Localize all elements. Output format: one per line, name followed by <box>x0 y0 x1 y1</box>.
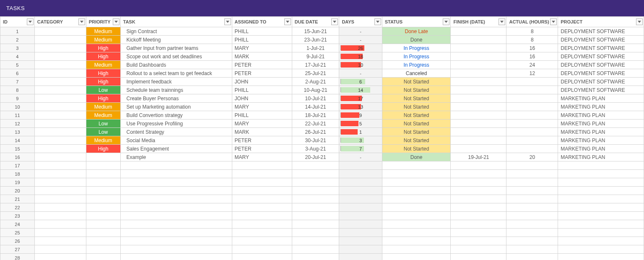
table-row[interactable]: 6HighRollout to a select team to get fee… <box>0 69 644 78</box>
cell-actual[interactable] <box>506 103 558 111</box>
cell-due[interactable]: 18-Jul-21 <box>292 111 339 120</box>
cell-assigned[interactable]: PETER <box>232 61 292 69</box>
cell-category[interactable] <box>34 111 86 120</box>
cell-priority[interactable]: Low <box>86 120 120 128</box>
cell-actual[interactable] <box>506 86 558 94</box>
cell-project[interactable]: MARKETING PLAN <box>558 153 644 161</box>
cell-actual[interactable]: 12 <box>506 69 558 78</box>
cell-finish[interactable] <box>451 36 506 44</box>
dropdown-icon[interactable] <box>27 18 34 25</box>
cell-task[interactable]: Set up Marketing automation <box>120 103 232 111</box>
cell-status[interactable]: Not Started <box>382 78 451 86</box>
dropdown-icon[interactable] <box>78 18 85 25</box>
cell-days[interactable]: 3 <box>339 136 382 145</box>
table-row[interactable]: 27 <box>0 245 644 254</box>
cell-task[interactable]: Kickoff Meeting <box>120 36 232 44</box>
cell-days[interactable]: 5 <box>339 120 382 128</box>
table-row[interactable]: 16ExampleMARY20-Jul-21-Done19-Jul-2120MA… <box>0 153 644 161</box>
cell-days[interactable]: - <box>339 36 382 44</box>
cell-assigned[interactable]: MARY <box>232 44 292 52</box>
cell-task[interactable]: Schedule team trainnings <box>120 86 232 94</box>
table-row[interactable]: 3HighGather Input from partner teamsMARY… <box>0 44 644 52</box>
cell-priority[interactable]: Medium <box>86 103 120 111</box>
cell-days[interactable]: 1 <box>339 128 382 136</box>
cell-task[interactable]: Rollout to a select team to get feedack <box>120 69 232 78</box>
cell-category[interactable] <box>34 36 86 44</box>
cell-days[interactable]: 14 <box>339 86 382 94</box>
cell-project[interactable]: DEPLOYMENT SOFTWARE <box>558 52 644 61</box>
cell-finish[interactable] <box>451 78 506 86</box>
cell-days[interactable]: 6 <box>339 78 382 86</box>
cell-task[interactable]: Implement feedback <box>120 78 232 86</box>
dropdown-icon[interactable] <box>636 18 643 25</box>
table-row[interactable]: 28 <box>0 254 644 260</box>
cell-project[interactable]: MARKETING PLAN <box>558 94 644 103</box>
cell-category[interactable] <box>34 61 86 69</box>
cell-priority[interactable]: High <box>86 78 120 86</box>
cell-assigned[interactable]: PHILL <box>232 36 292 44</box>
cell-assigned[interactable]: PETER <box>232 136 292 145</box>
table-row[interactable]: 4HighScope out work and set deadlinesMAR… <box>0 52 644 61</box>
cell-due[interactable]: 10-Jul-21 <box>292 94 339 103</box>
dropdown-icon[interactable] <box>331 18 338 25</box>
cell-task[interactable]: Sales Engagement <box>120 145 232 153</box>
table-row[interactable]: 11MediumBuild Convertion strategyPHILL18… <box>0 111 644 120</box>
cell-due[interactable]: 15-Jun-21 <box>292 27 339 36</box>
cell-assigned[interactable]: JOHN <box>232 78 292 86</box>
dropdown-icon[interactable] <box>499 18 505 25</box>
cell-category[interactable] <box>34 44 86 52</box>
cell-status[interactable]: Not Started <box>382 103 451 111</box>
cell-finish[interactable] <box>451 136 506 145</box>
cell-task[interactable]: Scope out work and set deadlines <box>120 52 232 61</box>
cell-finish[interactable] <box>451 145 506 153</box>
cell-project[interactable]: DEPLOYMENT SOFTWARE <box>558 69 644 78</box>
cell-task[interactable]: Example <box>120 153 232 161</box>
cell-task[interactable]: Use Progressive Profiling <box>120 120 232 128</box>
table-row[interactable]: 2MediumKickoff MeetingPHILL23-Jun-21-Don… <box>0 36 644 44</box>
cell-status[interactable]: In Progress <box>382 44 451 52</box>
cell-days[interactable]: - <box>339 27 382 36</box>
cell-finish[interactable] <box>451 61 506 69</box>
cell-priority[interactable]: Medium <box>86 27 120 36</box>
cell-assigned[interactable]: PETER <box>232 145 292 153</box>
cell-finish[interactable] <box>451 86 506 94</box>
cell-project[interactable]: MARKETING PLAN <box>558 145 644 153</box>
cell-days[interactable]: 26 <box>339 44 382 52</box>
table-row[interactable]: 8LowSchedule team trainningsPHILL10-Aug-… <box>0 86 644 94</box>
cell-due[interactable]: 14-Jul-21 <box>292 103 339 111</box>
cell-status[interactable]: Not Started <box>382 86 451 94</box>
cell-assigned[interactable]: PHILL <box>232 86 292 94</box>
cell-actual[interactable]: 16 <box>506 52 558 61</box>
cell-project[interactable]: DEPLOYMENT SOFTWARE <box>558 86 644 94</box>
table-row[interactable]: 5MediumBuild DashboardsPETER17-Jul-2110I… <box>0 61 644 69</box>
cell-project[interactable]: DEPLOYMENT SOFTWARE <box>558 27 644 36</box>
cell-due[interactable]: 20-Jul-21 <box>292 153 339 161</box>
cell-task[interactable]: Create Buyer Personas <box>120 94 232 103</box>
cell-assigned[interactable]: MARY <box>232 120 292 128</box>
cell-finish[interactable] <box>451 120 506 128</box>
table-row[interactable]: 25 <box>0 229 644 237</box>
dropdown-icon[interactable] <box>113 18 119 25</box>
cell-priority[interactable]: High <box>86 145 120 153</box>
cell-category[interactable] <box>34 103 86 111</box>
cell-status[interactable]: Not Started <box>382 128 451 136</box>
col-header[interactable]: TASK <box>120 17 232 27</box>
cell-status[interactable]: Done <box>382 36 451 44</box>
table-row[interactable]: 21 <box>0 195 644 203</box>
table-row[interactable]: 23 <box>0 212 644 220</box>
cell-category[interactable] <box>34 145 86 153</box>
cell-project[interactable]: DEPLOYMENT SOFTWARE <box>558 36 644 44</box>
cell-project[interactable]: DEPLOYMENT SOFTWARE <box>558 61 644 69</box>
cell-days[interactable]: 7 <box>339 145 382 153</box>
table-row[interactable]: 17 <box>0 161 644 170</box>
table-row[interactable]: 7HighImplement feedbackJOHN2-Aug-216Not … <box>0 78 644 86</box>
cell-priority[interactable]: Medium <box>86 36 120 44</box>
cell-status[interactable]: In Progress <box>382 61 451 69</box>
dropdown-icon[interactable] <box>443 18 449 25</box>
col-header[interactable]: PROJECT <box>558 17 644 27</box>
cell-due[interactable]: 1-Jul-21 <box>292 44 339 52</box>
cell-assigned[interactable]: MARY <box>232 153 292 161</box>
cell-status[interactable]: Not Started <box>382 111 451 120</box>
cell-actual[interactable]: 24 <box>506 61 558 69</box>
cell-task[interactable]: Content Strategy <box>120 128 232 136</box>
